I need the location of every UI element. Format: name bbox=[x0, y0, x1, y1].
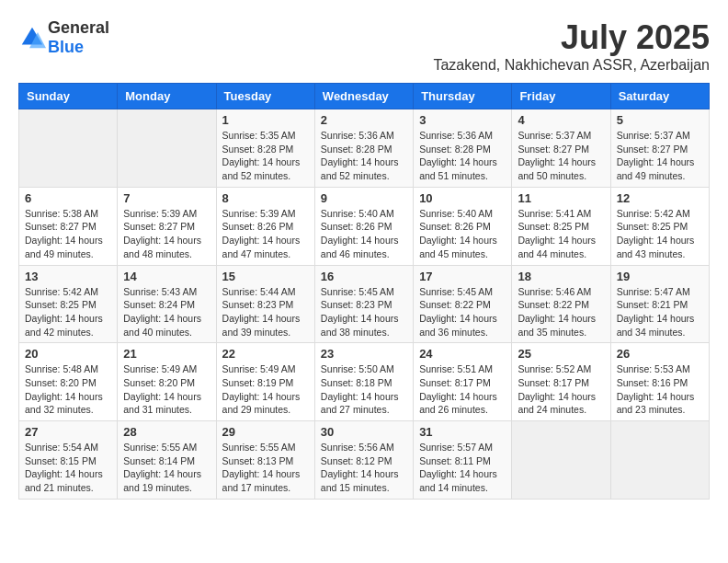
day-number: 29 bbox=[222, 425, 309, 439]
logo: General Blue bbox=[18, 18, 109, 57]
calendar-cell: 4Sunrise: 5:37 AMSunset: 8:27 PMDaylight… bbox=[512, 109, 610, 188]
weekday-header: Tuesday bbox=[216, 84, 314, 109]
logo-icon bbox=[18, 24, 46, 52]
logo-general: General bbox=[48, 18, 109, 37]
calendar: SundayMondayTuesdayWednesdayThursdayFrid… bbox=[18, 83, 710, 500]
calendar-cell: 1Sunrise: 5:35 AMSunset: 8:28 PMDaylight… bbox=[216, 109, 314, 188]
day-number: 14 bbox=[123, 270, 210, 283]
calendar-week-row: 27Sunrise: 5:54 AMSunset: 8:15 PMDayligh… bbox=[19, 421, 710, 500]
day-info: Sunrise: 5:45 AMSunset: 8:23 PMDaylight:… bbox=[321, 285, 407, 339]
calendar-cell: 22Sunrise: 5:49 AMSunset: 8:19 PMDayligh… bbox=[216, 343, 314, 421]
day-number: 4 bbox=[518, 113, 604, 127]
calendar-cell: 11Sunrise: 5:41 AMSunset: 8:25 PMDayligh… bbox=[512, 187, 610, 265]
day-info: Sunrise: 5:36 AMSunset: 8:28 PMDaylight:… bbox=[321, 129, 407, 183]
day-info: Sunrise: 5:53 AMSunset: 8:16 PMDaylight:… bbox=[617, 362, 703, 417]
calendar-cell: 12Sunrise: 5:42 AMSunset: 8:25 PMDayligh… bbox=[610, 187, 709, 265]
calendar-week-row: 20Sunrise: 5:48 AMSunset: 8:20 PMDayligh… bbox=[19, 343, 710, 421]
day-info: Sunrise: 5:39 AMSunset: 8:26 PMDaylight:… bbox=[222, 207, 309, 261]
day-number: 5 bbox=[617, 113, 703, 127]
calendar-cell: 15Sunrise: 5:44 AMSunset: 8:23 PMDayligh… bbox=[216, 265, 314, 343]
weekday-header: Wednesday bbox=[314, 84, 413, 109]
calendar-header-row: SundayMondayTuesdayWednesdayThursdayFrid… bbox=[19, 84, 710, 109]
calendar-cell bbox=[118, 109, 216, 188]
day-number: 7 bbox=[123, 191, 210, 205]
calendar-cell: 2Sunrise: 5:36 AMSunset: 8:28 PMDaylight… bbox=[314, 109, 413, 188]
day-info: Sunrise: 5:55 AMSunset: 8:14 PMDaylight:… bbox=[123, 441, 210, 495]
day-info: Sunrise: 5:45 AMSunset: 8:22 PMDaylight:… bbox=[419, 285, 506, 339]
calendar-body: 1Sunrise: 5:35 AMSunset: 8:28 PMDaylight… bbox=[19, 109, 710, 500]
day-number: 15 bbox=[222, 270, 309, 283]
day-info: Sunrise: 5:47 AMSunset: 8:21 PMDaylight:… bbox=[617, 285, 703, 339]
calendar-cell: 9Sunrise: 5:40 AMSunset: 8:26 PMDaylight… bbox=[314, 187, 413, 265]
day-number: 1 bbox=[222, 113, 309, 127]
location-title: Tazakend, Nakhichevan ASSR, Azerbaijan bbox=[433, 57, 710, 74]
day-number: 26 bbox=[617, 347, 703, 361]
calendar-cell bbox=[512, 421, 610, 500]
calendar-cell: 25Sunrise: 5:52 AMSunset: 8:17 PMDayligh… bbox=[512, 343, 610, 421]
logo-blue: Blue bbox=[48, 38, 84, 56]
day-info: Sunrise: 5:44 AMSunset: 8:23 PMDaylight:… bbox=[222, 285, 309, 339]
day-info: Sunrise: 5:37 AMSunset: 8:27 PMDaylight:… bbox=[617, 129, 703, 183]
day-info: Sunrise: 5:56 AMSunset: 8:12 PMDaylight:… bbox=[321, 441, 407, 495]
calendar-week-row: 13Sunrise: 5:42 AMSunset: 8:25 PMDayligh… bbox=[19, 265, 710, 343]
weekday-header: Thursday bbox=[414, 84, 512, 109]
day-number: 12 bbox=[617, 191, 703, 205]
day-info: Sunrise: 5:46 AMSunset: 8:22 PMDaylight:… bbox=[518, 285, 604, 339]
day-info: Sunrise: 5:37 AMSunset: 8:27 PMDaylight:… bbox=[518, 129, 604, 183]
day-info: Sunrise: 5:49 AMSunset: 8:20 PMDaylight:… bbox=[123, 362, 210, 417]
weekday-header: Saturday bbox=[610, 84, 709, 109]
day-info: Sunrise: 5:38 AMSunset: 8:27 PMDaylight:… bbox=[25, 207, 111, 261]
calendar-cell: 17Sunrise: 5:45 AMSunset: 8:22 PMDayligh… bbox=[414, 265, 512, 343]
day-number: 19 bbox=[617, 270, 703, 283]
calendar-cell: 7Sunrise: 5:39 AMSunset: 8:27 PMDaylight… bbox=[118, 187, 216, 265]
day-info: Sunrise: 5:42 AMSunset: 8:25 PMDaylight:… bbox=[25, 285, 111, 339]
day-number: 13 bbox=[25, 270, 111, 283]
day-info: Sunrise: 5:55 AMSunset: 8:13 PMDaylight:… bbox=[222, 441, 309, 495]
day-info: Sunrise: 5:39 AMSunset: 8:27 PMDaylight:… bbox=[123, 207, 210, 261]
weekday-header: Sunday bbox=[19, 84, 118, 109]
day-info: Sunrise: 5:48 AMSunset: 8:20 PMDaylight:… bbox=[25, 362, 111, 417]
day-info: Sunrise: 5:54 AMSunset: 8:15 PMDaylight:… bbox=[25, 441, 111, 495]
day-number: 30 bbox=[321, 425, 407, 439]
day-number: 9 bbox=[321, 191, 407, 205]
day-number: 3 bbox=[419, 113, 506, 127]
day-info: Sunrise: 5:57 AMSunset: 8:11 PMDaylight:… bbox=[419, 441, 506, 495]
header: General Blue July 2025 Tazakend, Nakhich… bbox=[18, 18, 710, 74]
calendar-cell bbox=[19, 109, 118, 188]
weekday-header: Friday bbox=[512, 84, 610, 109]
calendar-week-row: 6Sunrise: 5:38 AMSunset: 8:27 PMDaylight… bbox=[19, 187, 710, 265]
day-number: 21 bbox=[123, 347, 210, 361]
calendar-cell: 14Sunrise: 5:43 AMSunset: 8:24 PMDayligh… bbox=[118, 265, 216, 343]
day-info: Sunrise: 5:36 AMSunset: 8:28 PMDaylight:… bbox=[419, 129, 506, 183]
day-number: 24 bbox=[419, 347, 506, 361]
calendar-cell: 5Sunrise: 5:37 AMSunset: 8:27 PMDaylight… bbox=[610, 109, 709, 188]
day-info: Sunrise: 5:50 AMSunset: 8:18 PMDaylight:… bbox=[321, 362, 407, 417]
calendar-cell: 30Sunrise: 5:56 AMSunset: 8:12 PMDayligh… bbox=[314, 421, 413, 500]
day-number: 22 bbox=[222, 347, 309, 361]
calendar-cell: 6Sunrise: 5:38 AMSunset: 8:27 PMDaylight… bbox=[19, 187, 118, 265]
day-number: 31 bbox=[419, 425, 506, 439]
day-info: Sunrise: 5:40 AMSunset: 8:26 PMDaylight:… bbox=[321, 207, 407, 261]
day-number: 10 bbox=[419, 191, 506, 205]
day-number: 27 bbox=[25, 425, 111, 439]
day-number: 11 bbox=[518, 191, 604, 205]
calendar-cell: 27Sunrise: 5:54 AMSunset: 8:15 PMDayligh… bbox=[19, 421, 118, 500]
calendar-cell: 13Sunrise: 5:42 AMSunset: 8:25 PMDayligh… bbox=[19, 265, 118, 343]
calendar-cell: 28Sunrise: 5:55 AMSunset: 8:14 PMDayligh… bbox=[118, 421, 216, 500]
day-number: 25 bbox=[518, 347, 604, 361]
day-info: Sunrise: 5:49 AMSunset: 8:19 PMDaylight:… bbox=[222, 362, 309, 417]
day-number: 18 bbox=[518, 270, 604, 283]
calendar-cell: 24Sunrise: 5:51 AMSunset: 8:17 PMDayligh… bbox=[414, 343, 512, 421]
weekday-header: Monday bbox=[118, 84, 216, 109]
day-info: Sunrise: 5:42 AMSunset: 8:25 PMDaylight:… bbox=[617, 207, 703, 261]
day-info: Sunrise: 5:43 AMSunset: 8:24 PMDaylight:… bbox=[123, 285, 210, 339]
day-number: 17 bbox=[419, 270, 506, 283]
day-info: Sunrise: 5:35 AMSunset: 8:28 PMDaylight:… bbox=[222, 129, 309, 183]
calendar-cell: 21Sunrise: 5:49 AMSunset: 8:20 PMDayligh… bbox=[118, 343, 216, 421]
title-area: July 2025 Tazakend, Nakhichevan ASSR, Az… bbox=[433, 18, 710, 74]
day-number: 2 bbox=[321, 113, 407, 127]
day-number: 8 bbox=[222, 191, 309, 205]
calendar-cell: 3Sunrise: 5:36 AMSunset: 8:28 PMDaylight… bbox=[414, 109, 512, 188]
calendar-cell: 18Sunrise: 5:46 AMSunset: 8:22 PMDayligh… bbox=[512, 265, 610, 343]
calendar-cell: 23Sunrise: 5:50 AMSunset: 8:18 PMDayligh… bbox=[314, 343, 413, 421]
